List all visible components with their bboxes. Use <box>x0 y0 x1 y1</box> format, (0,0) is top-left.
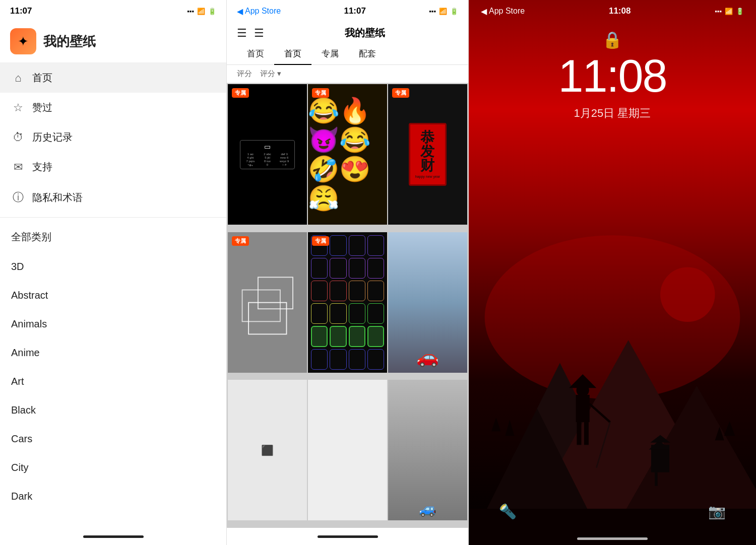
sidebar-liked-label: 赞过 <box>32 101 52 114</box>
exclusive-badge-1: 专属 <box>232 88 249 98</box>
mail-icon: ✉ <box>11 161 25 174</box>
signal-icon: ▪▪▪ <box>187 8 194 15</box>
filter-rating1[interactable]: 评分 <box>237 69 252 79</box>
middle-bottom-bar <box>227 528 468 545</box>
lockscreen-art <box>469 164 756 545</box>
middle-title: 我的壁纸 <box>271 26 458 40</box>
exclusive-badge-3: 专属 <box>392 88 409 98</box>
wallpaper-cell-2[interactable]: 😂🔥😈😂🤣😍😤 专属 <box>308 84 387 225</box>
category-abstract[interactable]: Abstract <box>0 281 226 310</box>
camera-icon[interactable]: 📷 <box>708 503 726 520</box>
middle-status-time: 11:07 <box>344 6 365 16</box>
lockscreen-home-indicator <box>577 537 648 540</box>
wallpaper-cell-6[interactable]: 🚗 <box>388 232 467 373</box>
middle-top-bar: ☰ ☰ 我的壁纸 <box>227 22 468 43</box>
wallpaper-cell-1[interactable]: ▭ 1 aα2 abcdef 3 4 ghi5 jklmno 6 7 pqrs8… <box>228 84 307 225</box>
lockscreen-status-time: 11:08 <box>609 6 631 16</box>
back-chevron-icon: ◀ <box>237 7 243 16</box>
category-list: 全部类别 3D Abstract Animals Anime Art Black… <box>0 222 226 528</box>
middle-back-link[interactable]: ◀ App Store <box>237 7 281 16</box>
exclusive-badge-4: 专属 <box>232 236 249 246</box>
svg-rect-11 <box>655 472 657 486</box>
sidebar-privacy-label: 隐私和术语 <box>32 191 83 205</box>
info-icon: ⓘ <box>11 190 25 205</box>
svg-rect-0 <box>248 302 286 334</box>
sidebar-item-support[interactable]: ✉ 支持 <box>0 152 226 182</box>
filter-rating2[interactable]: 评分 ▾ <box>260 69 281 79</box>
ls-back-chevron: ◀ <box>481 7 487 16</box>
tab-home1[interactable]: 首页 <box>237 43 274 64</box>
category-animals[interactable]: Animals <box>0 310 226 338</box>
wallpaper-cell-3[interactable]: 恭发财 happy new year 专属 <box>388 84 467 225</box>
wallpaper-cell-9[interactable]: 🚙 <box>388 380 467 520</box>
sidebar-item-liked[interactable]: ☆ 赞过 <box>0 93 226 122</box>
category-all[interactable]: 全部类别 <box>0 222 226 252</box>
sidebar-status-bar: 11:07 ▪▪▪ 📶 🔋 <box>0 0 226 22</box>
lockscreen-lock-icon: 🔒 <box>602 30 622 49</box>
svg-point-20 <box>660 267 715 322</box>
sidebar-status-time: 11:07 <box>10 6 32 16</box>
lockscreen-status-icons: ▪▪▪ 📶 🔋 <box>715 8 744 15</box>
sidebar-nav: ⌂ 首页 ☆ 赞过 ⏱ 历史记录 ✉ 支持 ⓘ 隐私和术语 <box>0 62 226 213</box>
svg-rect-1 <box>242 290 280 321</box>
battery-icon: 🔋 <box>450 8 458 15</box>
svg-rect-13 <box>576 394 590 422</box>
app-icon: ✦ <box>10 28 36 54</box>
app-title: 我的壁纸 <box>43 33 96 50</box>
hamburger-icon-1[interactable]: ☰ <box>237 27 247 40</box>
middle-panel: ◀ App Store 11:07 ▪▪▪ 📶 🔋 ☰ ☰ 我的壁纸 首页 首页… <box>227 0 469 545</box>
clock-icon: ⏱ <box>11 131 25 144</box>
ls-wifi-icon: 📶 <box>725 8 733 15</box>
ls-back-label: App Store <box>489 7 525 16</box>
wallpaper-cell-5[interactable]: 专属 <box>308 232 387 373</box>
wallpaper-cell-4[interactable]: 专属 <box>228 232 307 373</box>
category-art[interactable]: Art <box>0 367 226 396</box>
ls-signal-icon: ▪▪▪ <box>715 8 722 15</box>
exclusive-badge-2: 专属 <box>312 88 329 98</box>
sidebar-bottom-bar <box>0 528 226 545</box>
sidebar-status-icons: ▪▪▪ 📶 🔋 <box>187 8 216 15</box>
lockscreen-bottom-actions: 🔦 📷 <box>469 503 756 520</box>
signal-icon: ▪▪▪ <box>429 8 436 15</box>
middle-back-label: App Store <box>245 7 281 16</box>
hamburger-icon-2[interactable]: ☰ <box>254 27 264 40</box>
middle-status-icons: ▪▪▪ 📶 🔋 <box>429 8 458 15</box>
lockscreen-time: 11:08 <box>469 50 756 102</box>
star-icon: ☆ <box>11 101 25 114</box>
category-anime[interactable]: Anime <box>0 338 226 367</box>
filter-bar: 评分 评分 ▾ <box>227 65 468 83</box>
lockscreen-back-link[interactable]: ◀ App Store <box>481 7 525 16</box>
svg-marker-24 <box>724 421 735 436</box>
wallpaper-grid: ▭ 1 aα2 abcdef 3 4 ghi5 jklmno 6 7 pqrs8… <box>227 83 468 528</box>
category-city[interactable]: City <box>0 453 226 482</box>
sidebar-home-label: 首页 <box>32 71 52 85</box>
category-cars[interactable]: Cars <box>0 425 226 453</box>
exclusive-badge-5: 专属 <box>312 236 329 246</box>
lockscreen-date: 1月25日 星期三 <box>469 106 756 121</box>
ls-battery-icon: 🔋 <box>736 8 744 15</box>
category-3d[interactable]: 3D <box>0 252 226 281</box>
sidebar: 11:07 ▪▪▪ 📶 🔋 ✦ 我的壁纸 ⌂ 首页 ☆ 赞过 ⏱ 历史记录 ✉ … <box>0 0 227 545</box>
sidebar-item-privacy[interactable]: ⓘ 隐私和术语 <box>0 182 226 213</box>
middle-tabs: 首页 首页 专属 配套 <box>227 43 468 65</box>
middle-status-bar: ◀ App Store 11:07 ▪▪▪ 📶 🔋 <box>227 0 468 22</box>
category-dark[interactable]: Dark <box>0 482 226 511</box>
sidebar-item-history[interactable]: ⏱ 历史记录 <box>0 122 226 152</box>
sidebar-history-label: 历史记录 <box>32 130 73 144</box>
app-icon-symbol: ✦ <box>18 34 29 49</box>
sidebar-header: ✦ 我的壁纸 <box>0 22 226 62</box>
tab-home2[interactable]: 首页 <box>274 43 311 64</box>
flashlight-icon[interactable]: 🔦 <box>499 503 517 520</box>
tab-exclusive[interactable]: 专属 <box>311 43 349 64</box>
lockscreen-status-bar: ◀ App Store 11:08 ▪▪▪ 📶 🔋 <box>469 0 756 22</box>
home-indicator <box>83 535 144 538</box>
wallpaper-cell-7[interactable]: ⬛ <box>228 380 307 520</box>
wallpaper-cell-8[interactable] <box>308 380 387 520</box>
svg-marker-22 <box>505 420 514 436</box>
category-black[interactable]: Black <box>0 396 226 425</box>
sidebar-divider <box>0 217 226 218</box>
tab-matched[interactable]: 配套 <box>349 43 386 64</box>
sidebar-item-home[interactable]: ⌂ 首页 <box>0 63 226 93</box>
sidebar-support-label: 支持 <box>32 160 52 174</box>
home-icon: ⌂ <box>11 72 25 85</box>
